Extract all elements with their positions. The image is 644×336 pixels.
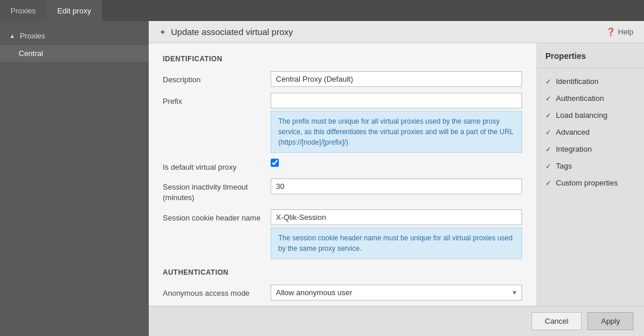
session-timeout-row: Session inactivity timeout (minutes) (163, 178, 522, 203)
is-default-row: Is default virtual proxy (163, 159, 522, 173)
prefix-hint: The prefix must be unique for all virtua… (271, 111, 522, 153)
prop-item-integration[interactable]: ✓ Integration (536, 141, 644, 158)
properties-panel: Properties ✓ Identification ✓ Authentica… (536, 43, 644, 306)
nav-tab-edit-proxy[interactable]: Edit proxy (47, 0, 102, 21)
prop-item-identification[interactable]: ✓ Identification (536, 73, 644, 90)
dialog-header: ✦ Update associated virtual proxy ❓ Help (149, 21, 644, 43)
description-row: Description (163, 71, 522, 87)
session-cookie-row: Session cookie header name The session c… (163, 209, 522, 259)
prop-item-authentication[interactable]: ✓ Authentication (536, 90, 644, 107)
main-area: ▲ Proxies Central ✦ Update associated vi… (0, 21, 644, 336)
help-icon: ❓ (606, 27, 615, 36)
check-icon: ✓ (545, 111, 551, 120)
prefix-row: Prefix The prefix must be unique for all… (163, 93, 522, 153)
description-control (271, 71, 522, 87)
description-input[interactable] (271, 71, 522, 87)
prop-item-tags[interactable]: ✓ Tags (536, 158, 644, 174)
is-default-control (271, 159, 522, 167)
session-cookie-hint: The session cookie header name must be u… (271, 228, 522, 259)
help-button[interactable]: ❓ Help (606, 27, 634, 36)
content-area: IDENTIFICATION Description Prefix The pr… (149, 43, 644, 306)
session-cookie-input[interactable] (271, 209, 522, 225)
check-icon: ✓ (545, 94, 551, 103)
chevron-up-icon: ▲ (9, 33, 15, 39)
is-default-label: Is default virtual proxy (163, 159, 271, 173)
session-timeout-label: Session inactivity timeout (minutes) (163, 178, 271, 203)
check-icon: ✓ (545, 162, 551, 170)
dialog-title: ✦ Update associated virtual proxy (159, 27, 293, 37)
session-cookie-control: The session cookie header name must be u… (271, 209, 522, 259)
session-cookie-label: Session cookie header name (163, 209, 271, 223)
anonymous-access-select[interactable]: Allow anonymous user No anonymous access… (271, 285, 522, 300)
anonymous-access-control: Allow anonymous user No anonymous access… (271, 285, 522, 300)
check-icon: ✓ (545, 179, 551, 187)
prefix-control: The prefix must be unique for all virtua… (271, 93, 522, 153)
sidebar-section-proxies[interactable]: ▲ Proxies (0, 27, 149, 45)
prefix-label: Prefix (163, 93, 271, 107)
sidebar: ▲ Proxies Central (0, 21, 149, 336)
properties-title: Properties (536, 51, 644, 68)
session-timeout-control (271, 178, 522, 194)
identification-section-title: IDENTIFICATION (163, 55, 522, 63)
authentication-section-title: AUTHENTICATION (163, 268, 522, 276)
check-icon: ✓ (545, 78, 551, 86)
apply-button[interactable]: Apply (587, 312, 634, 330)
description-label: Description (163, 71, 271, 85)
check-icon: ✓ (545, 145, 551, 153)
prop-item-custom-properties[interactable]: ✓ Custom properties (536, 174, 644, 191)
is-default-checkbox[interactable] (271, 159, 279, 167)
check-icon: ✓ (545, 128, 551, 136)
anonymous-access-label: Anonymous access mode (163, 285, 271, 299)
prop-item-advanced[interactable]: ✓ Advanced (536, 124, 644, 141)
prefix-input[interactable] (271, 93, 522, 108)
sidebar-item-central[interactable]: Central (0, 45, 149, 62)
session-timeout-input[interactable] (271, 178, 522, 194)
prop-item-load-balancing[interactable]: ✓ Load balancing (536, 107, 644, 124)
dialog-footer: Cancel Apply (149, 306, 644, 336)
proxy-icon: ✦ (159, 27, 166, 37)
top-nav: Proxies Edit proxy (0, 0, 644, 21)
anonymous-access-row: Anonymous access mode Allow anonymous us… (163, 285, 522, 300)
dialog-wrapper: ✦ Update associated virtual proxy ❓ Help… (149, 21, 644, 336)
form-area: IDENTIFICATION Description Prefix The pr… (149, 43, 536, 306)
cancel-button[interactable]: Cancel (531, 312, 582, 330)
nav-tab-proxies[interactable]: Proxies (0, 0, 47, 21)
